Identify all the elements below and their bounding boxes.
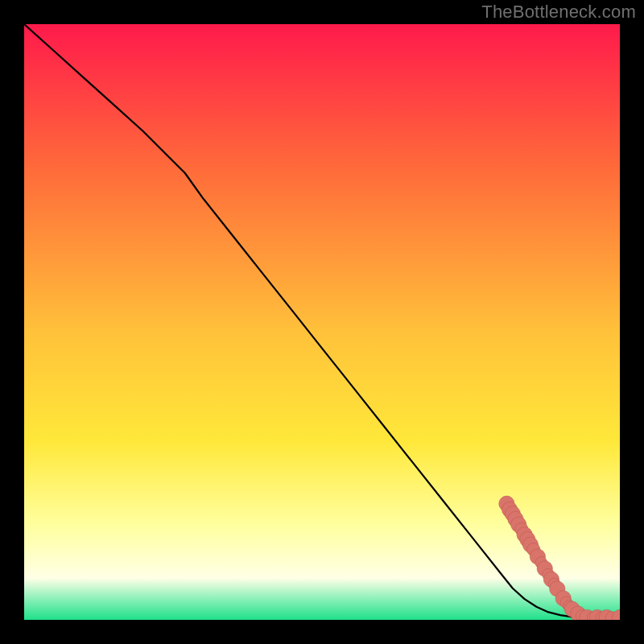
watermark-label: TheBottleneck.com	[481, 2, 636, 23]
chart-frame: TheBottleneck.com	[0, 0, 644, 644]
plot-svg	[24, 24, 620, 620]
plot-area	[24, 24, 620, 620]
